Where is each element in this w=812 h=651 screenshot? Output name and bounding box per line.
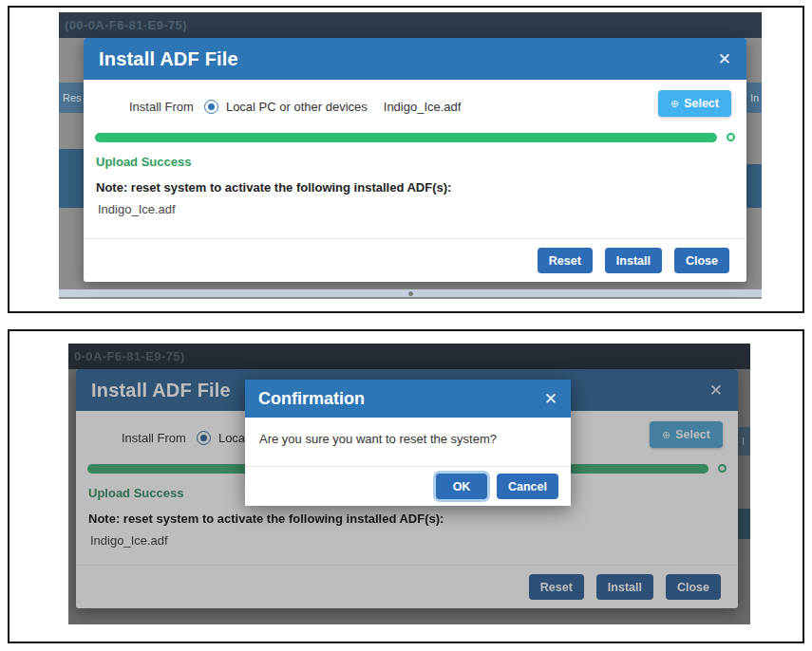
install-adf-dialog-footer: Reset Install Close (84, 238, 746, 282)
select-button-label: Select (675, 428, 710, 441)
reset-button: Reset (529, 574, 584, 600)
background-install-button-fragment: I (738, 427, 750, 456)
figure-panel-bottom: 0-0A-F6-81-E9-75) I Install ADF File ✕ I… (8, 329, 804, 643)
close-icon[interactable]: ✕ (544, 391, 557, 407)
app-page: (00-0A-F6-81-E9-75) Res In Install ADF F… (59, 12, 762, 299)
install-adf-dialog-body: Install From Local PC or other devices I… (84, 80, 746, 238)
close-icon[interactable]: ✕ (718, 51, 731, 67)
background-install-label: In (750, 92, 759, 103)
device-id-text: 0-0A-F6-81-E9-75) (74, 349, 185, 363)
background-install-button-fragment: In (746, 83, 762, 113)
confirmation-message: Are you sure you want to reset the syste… (245, 418, 571, 466)
select-file-icon: ⊕ (670, 98, 679, 110)
selected-file-name: Indigo_Ice.adf (384, 100, 462, 114)
local-pc-radio[interactable] (204, 100, 218, 114)
upload-progress-dot (727, 133, 735, 141)
upload-status-text: Upload Success (96, 155, 191, 169)
confirmation-dialog-footer: OK Cancel (245, 466, 571, 506)
background-table-row-fragment (738, 509, 750, 539)
local-pc-radio (197, 431, 211, 445)
select-file-icon: ⊕ (662, 429, 670, 441)
screenshot-stage: (00-0A-F6-81-E9-75) Res In Install ADF F… (0, 0, 812, 651)
device-title-bar: 0-0A-F6-81-E9-75) (68, 344, 750, 369)
background-reset-button-fragment: Res (59, 83, 84, 113)
install-button[interactable]: Install (605, 248, 662, 273)
background-install-label: I (742, 436, 745, 447)
background-table-row-fragment (59, 149, 84, 208)
device-title-bar: (00-0A-F6-81-E9-75) (59, 12, 762, 38)
reset-note-text: Note: reset system to activate the follo… (88, 512, 444, 526)
install-adf-dialog: Install ADF File ✕ Install From Local PC… (84, 38, 746, 282)
install-from-row: Install From Local PC or other devices I… (84, 93, 640, 120)
figure-panel-top: (00-0A-F6-81-E9-75) Res In Install ADF F… (8, 6, 804, 313)
dialog-title: Install ADF File (99, 48, 238, 70)
upload-progress (95, 132, 735, 142)
background-reset-label: Res (63, 92, 82, 103)
select-file-button: ⊕ Select (650, 421, 723, 448)
ok-button[interactable]: OK (436, 474, 487, 499)
install-button: Install (596, 574, 653, 600)
install-adf-dialog-footer: Reset Install Close (76, 565, 738, 608)
close-button[interactable]: Close (674, 248, 729, 273)
device-id-text: (00-0A-F6-81-E9-75) (65, 18, 187, 32)
cancel-button[interactable]: Cancel (497, 474, 558, 499)
background-table-row-fragment (746, 164, 762, 208)
installed-adf-file-name: Indigo_Ice.adf (98, 202, 176, 216)
reset-button[interactable]: Reset (538, 248, 593, 273)
local-pc-radio-label: Local PC or other devices (226, 100, 368, 114)
install-from-label: Install From (122, 431, 186, 445)
dialog-title: Confirmation (258, 389, 365, 409)
confirmation-dialog-header: Confirmation ✕ (245, 380, 571, 418)
install-adf-dialog-header: Install ADF File ✕ (84, 38, 746, 80)
close-button: Close (666, 574, 721, 600)
confirmation-dialog: Confirmation ✕ Are you sure you want to … (245, 380, 571, 506)
upload-status-text: Upload Success (88, 486, 183, 500)
installed-adf-file-name: Indigo_Ice.adf (90, 533, 168, 548)
scrollbar-thumb[interactable] (408, 291, 413, 296)
upload-progress-bar (95, 133, 717, 142)
install-from-label: Install From (129, 100, 194, 114)
upload-progress-dot (718, 464, 727, 473)
close-icon: ✕ (709, 382, 723, 399)
reset-note-text: Note: reset system to activate the follo… (96, 180, 451, 195)
select-file-button[interactable]: ⊕ Select (658, 90, 731, 117)
select-button-label: Select (684, 97, 719, 110)
dialog-title: Install ADF File (91, 380, 231, 401)
